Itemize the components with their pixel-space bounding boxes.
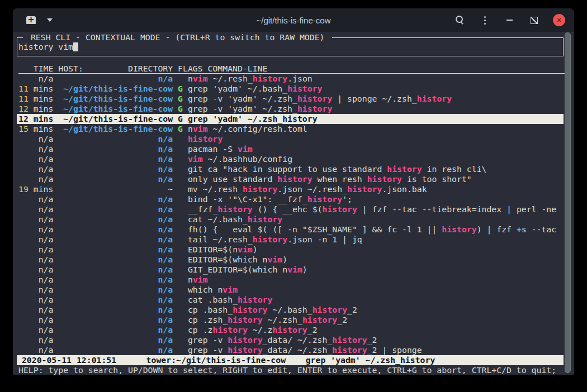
search-input[interactable]: history vim	[18, 42, 78, 52]
history-row[interactable]: n/a n/a history	[17, 134, 564, 144]
history-row[interactable]: n/a n/a grep -v history_data/ ~/.zsh_his…	[17, 345, 564, 355]
history-row[interactable]: 15 mins ~/git/this-is-fine-cow G nvim ~/…	[17, 124, 564, 134]
history-row[interactable]: n/a n/a cat ~/.bash_history	[17, 214, 564, 224]
row-command-segment: only use standard	[188, 174, 277, 184]
row-command-segment: ~/.z	[248, 325, 273, 334]
row-gap	[173, 214, 178, 224]
row-directory: ~/git/this-is-fine-cow	[58, 104, 173, 113]
row-command-segment: in resh cli\	[422, 164, 487, 174]
history-row[interactable]: n/a n/a nvim	[17, 275, 564, 285]
row-gap	[173, 345, 178, 355]
history-row[interactable]: 12 mins ~/git/this-is-fine-cow G grep -v…	[17, 104, 564, 114]
row-command-segment: n	[188, 124, 193, 133]
row-directory: ~/git/this-is-fine-cow	[58, 124, 173, 133]
row-command-segment: history	[332, 335, 367, 345]
minimize-icon[interactable]	[504, 15, 515, 26]
history-row[interactable]: n/a n/a only use standard history when r…	[17, 174, 564, 184]
row-flag	[178, 204, 183, 214]
row-command-segment: () { __ehc $(	[253, 204, 323, 214]
row-command-segment: history	[387, 164, 422, 174]
row-gap	[183, 295, 188, 304]
row-command-segment: vim	[238, 144, 253, 154]
row-flag	[178, 345, 183, 355]
row-gap	[173, 164, 178, 174]
scrollbar[interactable]	[565, 32, 571, 373]
history-row[interactable]: n/a n/a vim ~/.bashhub/config	[17, 154, 564, 164]
row-gap	[183, 265, 188, 274]
history-row[interactable]: 12 mins ~/git/this-is-fine-cow G grep 'y…	[17, 114, 564, 124]
row-gap	[183, 184, 188, 194]
history-row[interactable]: n/a n/a pacman -S vim	[17, 144, 564, 154]
history-row[interactable]: n/a n/a bind -x '"\C-x1": __fzf_history'…	[17, 194, 564, 204]
history-row[interactable]: n/a n/a tail ~/.resh_history.json -n 1 |…	[17, 235, 564, 245]
row-command-segment: ~/.bash_	[268, 305, 313, 314]
search-icon[interactable]	[455, 15, 466, 26]
row-command-segment: history	[253, 74, 287, 83]
row-directory: ~/git/this-is-fine-cow	[58, 84, 173, 93]
row-gap	[173, 204, 178, 214]
dropdown-caret-icon[interactable]	[47, 18, 53, 22]
history-row[interactable]: n/a n/a grep -v history_data/ ~/.zsh_his…	[17, 335, 564, 345]
row-directory: n/a	[58, 194, 173, 204]
history-row[interactable]: n/a n/a GIT_EDITOR=$(which nvim)	[17, 265, 564, 275]
row-command-segment: grep 'yadm' ~/.zsh_history	[188, 114, 318, 123]
row-gap	[173, 184, 178, 194]
row-command-segment: vim	[268, 255, 283, 264]
history-row[interactable]: n/a n/a cp .zsh_history ~/.zsh_history_2	[17, 315, 564, 325]
row-flag: G	[178, 124, 183, 133]
history-row[interactable]: n/a n/a git ca "hack in support to use s…	[17, 164, 564, 174]
history-row[interactable]: n/a n/a nvim ~/.resh_history.json	[17, 74, 564, 84]
row-directory: n/a	[58, 214, 173, 224]
row-gap	[183, 104, 188, 113]
new-tab-icon[interactable]	[26, 16, 36, 24]
row-command-segment: _2	[337, 315, 347, 324]
row-flag	[178, 295, 183, 304]
row-command-segment: history	[442, 224, 476, 234]
resh-mode-label: RESH CLI - CONTEXTUAL MODE - (CTRL+R to …	[23, 32, 332, 42]
row-flag	[178, 184, 183, 194]
kebab-menu-icon[interactable]	[479, 15, 490, 26]
history-row[interactable]: n/a n/a EDITOR=$(nvim)	[17, 245, 564, 255]
restore-icon[interactable]	[528, 15, 539, 26]
row-flag	[178, 224, 183, 234]
row-command-segment: bind -x '"\C-x1": __fzf_	[188, 194, 307, 204]
row-directory: n/a	[58, 345, 173, 355]
row-command-segment: history	[243, 184, 277, 194]
row-time: n/a	[18, 305, 58, 314]
row-command-segment: history	[367, 174, 402, 184]
history-row[interactable]: n/a n/a which nvim	[17, 285, 564, 295]
row-time: n/a	[18, 74, 58, 83]
history-row[interactable]: n/a n/a cp .bash_history ~/.bash_history…	[17, 305, 564, 315]
history-row[interactable]: n/a n/a cp .zhistory ~/.zhistory_2	[17, 325, 564, 335]
row-command-segment: is too short"	[402, 174, 472, 184]
row-time: n/a	[18, 315, 58, 324]
row-flag	[178, 194, 183, 204]
row-gap	[173, 124, 178, 133]
row-gap	[183, 255, 188, 264]
close-icon[interactable]	[553, 14, 565, 26]
row-time: n/a	[18, 345, 58, 355]
row-command-segment: | sponge ~/.zsh_	[332, 94, 416, 103]
terminal-window: ~/git/this-is-fine-cow RESH CLI - CONTEX…	[13, 8, 574, 375]
row-gap	[183, 154, 188, 164]
history-row[interactable]: n/a n/a fh() { eval $( ([ -n "$ZSH_NAME"…	[17, 224, 564, 235]
history-row[interactable]: n/a n/a cat .bash_history	[17, 295, 564, 305]
row-gap	[173, 285, 178, 294]
row-command-segment: GIT_EDITOR=$(which n	[188, 265, 287, 274]
history-row[interactable]: n/a n/a EDITOR=$(which nvim)	[17, 255, 564, 265]
history-row[interactable]: n/a n/a __fzf_history () { __ehc $(histo…	[17, 204, 564, 214]
history-row[interactable]: 19 mins ~ mv ~/.resh_history.json ~/.res…	[17, 184, 564, 194]
history-row[interactable]: 11 mins ~/git/this-is-fine-cow G grep 'y…	[17, 84, 564, 94]
row-directory: n/a	[58, 325, 173, 334]
row-time: n/a	[18, 164, 58, 174]
row-gap	[173, 94, 178, 103]
row-gap	[173, 224, 178, 234]
history-table: TIME HOST: DIRECTORY FLAGS COMMAND-LINE …	[17, 64, 564, 355]
row-directory: n/a	[58, 154, 173, 164]
row-command-segment: grep -v	[188, 345, 228, 355]
row-flag	[178, 265, 183, 274]
history-row[interactable]: 11 mins ~/git/this-is-fine-cow G grep -v…	[17, 94, 564, 104]
row-command-segment: which n	[188, 285, 223, 294]
row-gap	[173, 315, 178, 324]
row-flag	[178, 154, 183, 164]
